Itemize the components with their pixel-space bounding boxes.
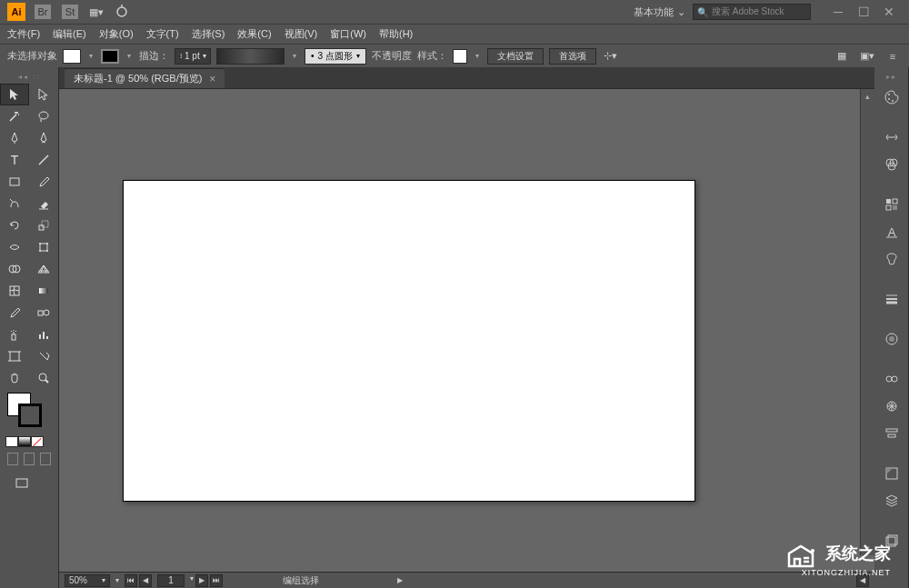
rectangle-tool[interactable] [0,171,29,193]
options-icon[interactable]: ≡ [884,48,902,65]
rotate-tool[interactable] [0,214,29,236]
align-icon[interactable]: ▦ [833,48,851,65]
cloud-panel-icon[interactable] [874,365,908,393]
symbol-sprayer-tool[interactable] [0,324,29,345]
artboard-tool[interactable] [0,345,29,367]
transform-panel-icon[interactable] [874,124,908,151]
shaper-tool[interactable] [0,193,29,214]
style-swatch[interactable] [453,49,467,64]
preferences-button[interactable]: 首选项 [549,48,596,65]
tab-close-icon[interactable]: × [209,73,215,85]
selection-tool[interactable] [0,84,29,105]
scroll-up-icon[interactable]: ▴ [861,89,874,104]
arrange-icon[interactable]: ▦▾ [89,5,104,19]
swatches-panel-icon[interactable] [874,191,908,218]
width-tool[interactable] [0,236,29,258]
menu-select[interactable]: 选择(S) [192,27,225,41]
stroke-weight-input[interactable]: ↕ 1 pt ▾ [175,48,211,65]
appearance-panel-icon[interactable] [874,325,908,353]
layers-panel-icon[interactable] [874,487,908,514]
menu-edit[interactable]: 编辑(E) [53,27,86,41]
free-transform-tool[interactable] [29,236,58,258]
brush-definition-dropdown[interactable]: • 3 点圆形 ▾ [305,48,366,65]
stroke-color-icon[interactable] [18,404,42,427]
menu-help[interactable]: 帮助(H) [379,27,413,41]
type-tool[interactable]: T [0,149,29,171]
color-mode-gradient[interactable] [18,436,31,447]
graphic-styles-panel-icon[interactable] [874,460,908,487]
fill-swatch[interactable] [63,49,81,64]
eyedropper-tool[interactable] [0,302,29,324]
artboards-panel-icon[interactable] [874,527,908,554]
color-panel-icon[interactable] [874,84,908,111]
fill-stroke-control[interactable] [0,389,58,434]
gpu-icon[interactable] [115,5,129,19]
first-artboard-button[interactable]: ⏮ [125,574,137,587]
draw-behind-icon[interactable] [24,453,35,465]
close-button[interactable]: ✕ [876,4,902,20]
zoom-dropdown[interactable]: 50%▾ [65,574,110,587]
brush-profile-dropdown[interactable]: ▾ [290,52,299,60]
zoom-tool[interactable] [29,367,58,389]
last-artboard-button[interactable]: ⏭ [210,574,223,587]
stroke-swatch[interactable] [101,49,119,64]
direct-selection-tool[interactable] [29,84,58,105]
transform-popup-icon[interactable]: ⊹▾ [602,48,620,65]
style-dropdown[interactable]: ▾ [473,52,482,60]
paintbrush-tool[interactable] [29,171,58,193]
color-mode-none[interactable] [31,436,44,447]
search-stock-input[interactable]: 🔍 搜索 Adobe Stock [693,4,811,20]
perspective-grid-tool[interactable] [29,258,58,280]
brushes-panel-icon[interactable] [874,393,908,420]
scale-tool[interactable] [29,214,58,236]
hand-tool[interactable] [0,367,29,389]
draw-inside-icon[interactable] [40,453,51,465]
symbols-panel-icon[interactable] [874,245,908,273]
color-mode-solid[interactable] [5,436,18,447]
stroke-panel-icon[interactable] [874,285,908,313]
document-tab[interactable]: 未标题-1 @ 50% (RGB/预览) × [65,68,225,88]
document-setup-button[interactable]: 文档设置 [487,48,544,65]
lasso-tool[interactable] [29,105,58,127]
slice-tool[interactable] [29,345,58,367]
artboard[interactable] [123,180,695,502]
panel-grip-icon[interactable]: ▸▸ [874,73,908,80]
maximize-button[interactable]: ☐ [851,4,876,20]
fill-dropdown[interactable]: ▾ [86,52,95,60]
next-artboard-button[interactable]: ▶ [195,574,208,587]
eraser-tool[interactable] [29,193,58,214]
menu-view[interactable]: 视图(V) [285,27,318,41]
channels-panel-icon[interactable] [874,151,908,178]
menu-type[interactable]: 文字(T) [146,27,179,41]
hscroll-left-icon[interactable]: ◀ [856,574,869,587]
gradient-tool[interactable] [29,280,58,302]
menu-file[interactable]: 文件(F) [7,27,40,41]
menu-object[interactable]: 对象(O) [99,27,134,41]
panel-grip-icon[interactable]: ◂◂ :: [0,73,58,80]
screen-mode-icon[interactable] [7,473,36,494]
align-panel-icon[interactable] [874,420,908,447]
canvas[interactable]: ▴ ▾ [59,89,874,572]
transform-icon[interactable]: ▣▾ [858,48,876,65]
column-graph-tool[interactable] [29,324,58,345]
opacity-label[interactable]: 不透明度 [372,49,412,63]
magic-wand-tool[interactable] [0,105,29,127]
blend-tool[interactable] [29,302,58,324]
status-menu-icon[interactable]: ▶ [397,576,403,584]
character-panel-icon[interactable]: A [874,218,908,245]
curvature-tool[interactable] [29,127,58,149]
prev-artboard-button[interactable]: ◀ [139,574,152,587]
draw-normal-icon[interactable] [7,453,18,465]
shape-builder-tool[interactable] [0,258,29,280]
mesh-tool[interactable] [0,280,29,302]
line-tool[interactable] [29,149,58,171]
vertical-scrollbar[interactable]: ▴ ▾ [860,89,874,555]
stroke-dropdown[interactable]: ▾ [125,52,134,60]
scroll-down-icon[interactable]: ▾ [861,541,874,555]
artboard-number-input[interactable]: 1 [157,574,185,587]
stock-icon[interactable]: St [62,5,78,19]
bridge-icon[interactable]: Br [35,5,51,19]
workspace-switcher[interactable]: 基本功能 ⌄ [634,5,685,19]
menu-effect[interactable]: 效果(C) [237,27,271,41]
pen-tool[interactable] [0,127,29,149]
